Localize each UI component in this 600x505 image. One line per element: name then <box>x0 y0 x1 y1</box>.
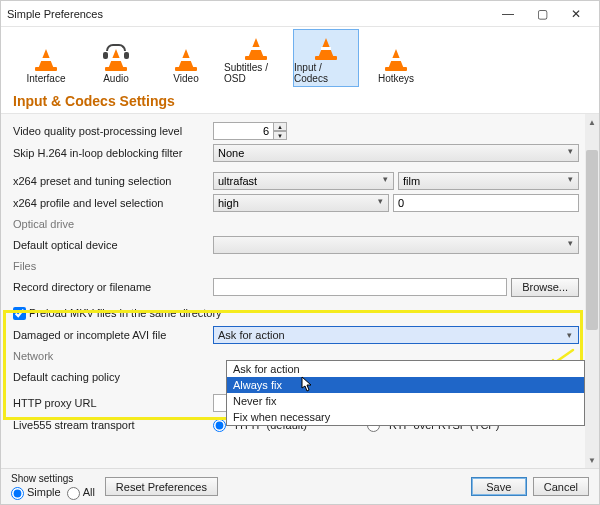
video-quality-input[interactable] <box>213 122 273 140</box>
group-files: Files <box>13 256 579 276</box>
default-optical-label: Default optical device <box>13 239 213 251</box>
cone-icon <box>385 47 407 71</box>
group-optical: Optical drive <box>13 214 579 234</box>
skip-h264-select[interactable]: None <box>213 144 579 162</box>
browse-button[interactable]: Browse... <box>511 278 579 297</box>
x264-profile-select[interactable]: high <box>213 194 389 212</box>
x264-level-input[interactable] <box>393 194 579 212</box>
scroll-up-icon[interactable]: ▲ <box>586 116 598 128</box>
tab-subtitles[interactable]: Subtitles / OSD <box>223 29 289 87</box>
cone-icon <box>315 36 337 60</box>
cursor-icon <box>301 376 313 392</box>
scroll-down-icon[interactable]: ▼ <box>586 454 598 466</box>
maximize-icon[interactable]: ▢ <box>525 5 559 23</box>
scrollbar[interactable]: ▲ ▼ <box>585 114 599 468</box>
x264-tune-select[interactable]: film <box>398 172 579 190</box>
close-icon[interactable]: ✕ <box>559 5 593 23</box>
show-simple-radio[interactable]: Simple <box>11 486 61 500</box>
skip-h264-label: Skip H.264 in-loop deblocking filter <box>13 147 213 159</box>
x264-profile-label: x264 profile and level selection <box>13 197 213 209</box>
stepper-up-icon[interactable]: ▲ <box>273 122 287 131</box>
tab-interface[interactable]: Interface <box>13 29 79 87</box>
show-settings-label: Show settings <box>11 473 95 484</box>
stepper-down-icon[interactable]: ▼ <box>273 131 287 140</box>
save-button[interactable]: Save <box>471 477 527 496</box>
avi-label: Damaged or incomplete AVI file <box>13 329 213 341</box>
scroll-thumb[interactable] <box>586 150 598 330</box>
tab-video[interactable]: Video <box>153 29 219 87</box>
reset-button[interactable]: Reset Preferences <box>105 477 218 496</box>
video-quality-stepper[interactable]: ▲▼ <box>213 122 287 140</box>
page-title: Input & Codecs Settings <box>1 87 599 114</box>
preferences-window: Simple Preferences — ▢ ✕ Interface Audio… <box>0 0 600 505</box>
avi-select[interactable]: Ask for action <box>213 326 579 344</box>
default-optical-select[interactable] <box>213 236 579 254</box>
http-proxy-label: HTTP proxy URL <box>13 397 213 409</box>
content-wrap: Video quality post-processing level ▲▼ S… <box>1 114 599 468</box>
x264-preset-select[interactable]: ultrafast <box>213 172 394 190</box>
footer: Show settings Simple All Reset Preferenc… <box>1 468 599 504</box>
avi-option[interactable]: Fix when necessary <box>227 409 584 425</box>
record-label: Record directory or filename <box>13 281 213 293</box>
minimize-icon[interactable]: — <box>491 5 525 23</box>
avi-select-popup: Ask for action Always fix Never fix Fix … <box>226 360 585 426</box>
cancel-button[interactable]: Cancel <box>533 477 589 496</box>
live555-label: Live555 stream transport <box>13 419 213 431</box>
video-quality-label: Video quality post-processing level <box>13 125 213 137</box>
cone-icon <box>35 47 57 71</box>
tab-hotkeys[interactable]: Hotkeys <box>363 29 429 87</box>
window-title: Simple Preferences <box>7 8 491 20</box>
cone-icon <box>175 47 197 71</box>
tab-audio[interactable]: Audio <box>83 29 149 87</box>
cone-headphones-icon <box>105 47 127 71</box>
avi-option[interactable]: Always fix <box>227 377 584 393</box>
preload-mkv-label: Preload MKV files in the same directory <box>29 307 222 319</box>
avi-option[interactable]: Ask for action <box>227 361 584 377</box>
x264-preset-label: x264 preset and tuning selection <box>13 175 213 187</box>
cone-icon <box>245 36 267 60</box>
caching-label: Default caching policy <box>13 371 213 383</box>
settings-panel: Video quality post-processing level ▲▼ S… <box>1 114 585 468</box>
avi-option[interactable]: Never fix <box>227 393 584 409</box>
scroll-track[interactable] <box>586 130 598 452</box>
record-input[interactable] <box>213 278 507 296</box>
tab-input-codecs[interactable]: Input / Codecs <box>293 29 359 87</box>
show-all-radio[interactable]: All <box>67 486 95 500</box>
preload-mkv-checkbox-row[interactable]: Preload MKV files in the same directory <box>13 307 222 320</box>
titlebar: Simple Preferences — ▢ ✕ <box>1 1 599 27</box>
preload-mkv-checkbox[interactable] <box>13 307 26 320</box>
category-toolbar: Interface Audio Video Subtitles / OSD In… <box>1 27 599 87</box>
